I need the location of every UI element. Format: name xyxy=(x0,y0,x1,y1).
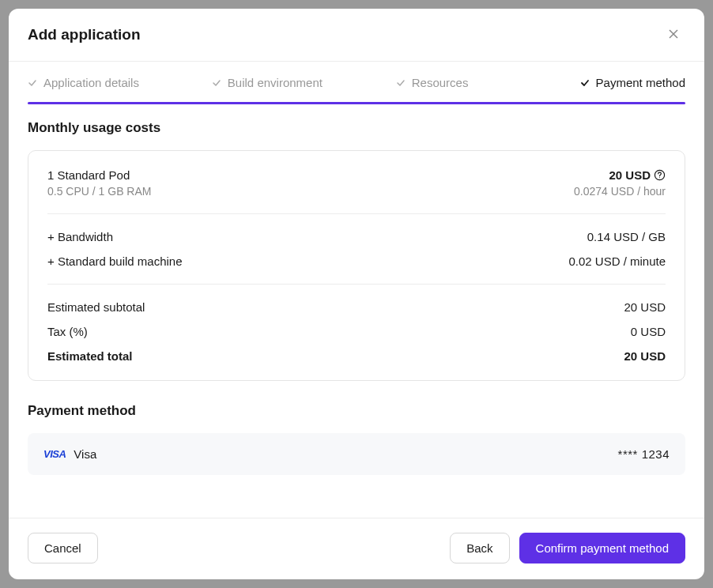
footer-right: Back Confirm payment method xyxy=(450,533,685,564)
check-icon xyxy=(396,78,406,88)
row-value: 20 USD xyxy=(624,349,666,363)
stepper-label: Payment method xyxy=(596,76,685,89)
row-label: + Bandwidth xyxy=(47,230,113,243)
pod-price-row: 20 USD xyxy=(609,168,666,182)
close-button[interactable] xyxy=(662,24,685,45)
row-value: 20 USD xyxy=(624,300,666,314)
add-application-modal: Add application Application details Buil… xyxy=(9,9,704,579)
check-icon xyxy=(28,78,37,88)
pod-rate: 0.0274 USD / hour xyxy=(574,185,666,198)
row-label: + Standard build machine xyxy=(47,254,183,268)
total-row: Estimated total 20 USD xyxy=(47,349,666,363)
stepper-item-payment-method[interactable]: Payment method xyxy=(580,76,685,89)
stepper-item-build-environment[interactable]: Build environment xyxy=(212,76,396,89)
divider xyxy=(47,213,666,214)
pod-spec: 0.5 CPU / 1 GB RAM xyxy=(47,185,151,198)
cost-card: 1 Standard Pod 0.5 CPU / 1 GB RAM 20 USD xyxy=(28,150,685,381)
check-icon xyxy=(580,78,590,88)
row-value: 0.14 USD / GB xyxy=(587,230,666,243)
close-icon xyxy=(668,27,679,43)
row-label: Estimated subtotal xyxy=(47,300,145,314)
bandwidth-row: + Bandwidth 0.14 USD / GB xyxy=(47,230,666,243)
subtotal-row: Estimated subtotal 20 USD xyxy=(47,300,666,314)
pod-row-right: 20 USD 0.0274 USD / hour xyxy=(574,168,666,198)
card-last4: **** 1234 xyxy=(618,447,670,461)
stepper-label: Build environment xyxy=(228,76,323,89)
stepper-item-application-details[interactable]: Application details xyxy=(28,76,212,89)
pod-row-left: 1 Standard Pod 0.5 CPU / 1 GB RAM xyxy=(47,168,151,198)
svg-point-3 xyxy=(659,177,660,178)
modal-footer: Cancel Back Confirm payment method xyxy=(9,518,704,579)
usage-costs-title: Monthly usage costs xyxy=(28,120,685,136)
row-value: 0 USD xyxy=(631,325,666,338)
stepper-label: Application details xyxy=(43,76,139,89)
stepper-label: Resources xyxy=(412,76,469,89)
check-icon xyxy=(212,78,221,88)
divider xyxy=(47,284,666,285)
modal-content: Monthly usage costs 1 Standard Pod 0.5 C… xyxy=(9,104,704,518)
modal-header: Add application xyxy=(9,9,704,62)
card-brand: Visa xyxy=(74,447,96,461)
row-label: Estimated total xyxy=(47,349,133,363)
payment-method-title: Payment method xyxy=(28,403,685,419)
pod-title: 1 Standard Pod xyxy=(47,168,151,182)
row-value: 0.02 USD / minute xyxy=(568,254,666,268)
tax-row: Tax (%) 0 USD xyxy=(47,325,666,338)
visa-logo-icon: VISA xyxy=(43,448,66,460)
payment-card[interactable]: VISA Visa **** 1234 xyxy=(28,433,685,475)
pod-row: 1 Standard Pod 0.5 CPU / 1 GB RAM 20 USD xyxy=(47,168,666,198)
row-label: Tax (%) xyxy=(47,325,88,338)
confirm-button[interactable]: Confirm payment method xyxy=(519,533,685,564)
stepper: Application details Build environment Re… xyxy=(9,62,704,89)
back-button[interactable]: Back xyxy=(450,533,509,564)
payment-card-left: VISA Visa xyxy=(43,447,96,461)
stepper-item-resources[interactable]: Resources xyxy=(396,76,580,89)
cancel-button[interactable]: Cancel xyxy=(28,533,98,564)
help-icon[interactable] xyxy=(654,169,666,181)
modal-title: Add application xyxy=(28,26,141,43)
pod-price: 20 USD xyxy=(609,168,651,182)
build-machine-row: + Standard build machine 0.02 USD / minu… xyxy=(47,254,666,268)
